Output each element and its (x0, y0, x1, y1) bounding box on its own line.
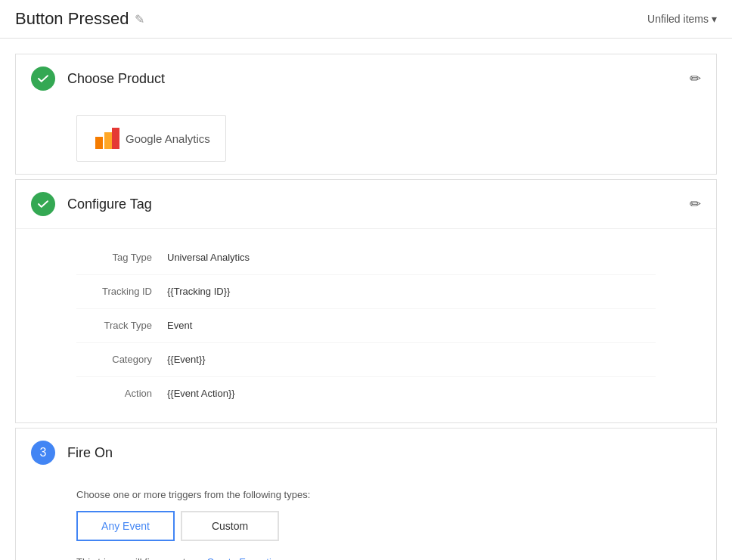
config-label-category: Category (76, 351, 167, 369)
configure-tag-section: Configure Tag ✏ Tag Type Universal Analy… (15, 179, 717, 423)
svg-rect-4 (112, 128, 119, 149)
svg-rect-2 (104, 132, 112, 149)
custom-trigger-button[interactable]: Custom (181, 511, 279, 541)
config-value-action: {{Event Action}} (167, 385, 235, 403)
configure-tag-body: Tag Type Universal Analytics Tracking ID… (16, 229, 716, 422)
choose-product-section: Choose Product ✏ (15, 54, 717, 175)
configure-tag-title: Configure Tag (67, 196, 701, 212)
config-label-tag-type: Tag Type (76, 249, 167, 267)
config-row-tag-type: Tag Type Universal Analytics (76, 241, 656, 275)
ga-product-name: Google Analytics (126, 132, 210, 145)
create-exceptions-link[interactable]: Create Exceptions (207, 556, 287, 560)
fire-on-header: 3 Fire On (16, 429, 716, 477)
fire-on-section: 3 Fire On Choose one or more triggers fr… (15, 428, 717, 560)
google-analytics-product-card: Google Analytics (76, 115, 226, 162)
choose-product-title: Choose Product (67, 71, 701, 87)
sections-wrapper: Choose Product ✏ (0, 54, 732, 560)
choose-product-edit-icon[interactable]: ✏ (690, 70, 701, 87)
page-wrapper: Button Pressed ✎ Unfiled items ▾ Choose … (0, 0, 732, 560)
choose-product-header: Choose Product ✏ (16, 54, 716, 103)
trigger-will-fire-row: This trigger will fire your tag: Create … (76, 556, 656, 560)
config-value-tracking-id: {{Tracking ID}} (167, 283, 230, 301)
trigger-will-fire-label: This trigger will fire your tag: (76, 556, 200, 560)
unfiled-label: Unfiled items (647, 13, 709, 25)
step3-number-text: 3 (40, 446, 47, 459)
config-label-action: Action (76, 385, 167, 403)
step1-check-icon (31, 67, 55, 91)
page-title: Button Pressed ✎ (15, 9, 144, 29)
trigger-buttons-group: Any Event Custom (76, 511, 656, 541)
any-event-trigger-button[interactable]: Any Event (76, 511, 175, 541)
config-row-track-type: Track Type Event (76, 309, 656, 343)
fire-on-description: Choose one or more triggers from the fol… (76, 489, 656, 500)
svg-rect-1 (95, 137, 103, 149)
fire-on-title: Fire On (67, 445, 701, 461)
config-value-category: {{Event}} (167, 351, 206, 369)
ga-logo-icon (92, 125, 119, 152)
fire-on-body: Choose one or more triggers from the fol… (16, 477, 716, 560)
unfiled-items-button[interactable]: Unfiled items ▾ (647, 13, 717, 25)
step2-check-icon (31, 192, 55, 216)
top-bar: Button Pressed ✎ Unfiled items ▾ (0, 0, 732, 39)
config-row-action: Action {{Event Action}} (76, 377, 656, 410)
config-row-tracking-id: Tracking ID {{Tracking ID}} (76, 275, 656, 309)
chevron-down-icon: ▾ (712, 13, 717, 25)
choose-product-body: Google Analytics (16, 103, 716, 174)
config-row-category: Category {{Event}} (76, 343, 656, 377)
config-value-track-type: Event (167, 317, 192, 335)
title-text: Button Pressed (15, 9, 129, 29)
ga-google-text: Google (126, 132, 165, 145)
config-label-track-type: Track Type (76, 317, 167, 335)
title-edit-icon[interactable]: ✎ (135, 12, 144, 26)
ga-analytics-text: Analytics (165, 132, 210, 145)
configure-tag-header: Configure Tag ✏ (16, 180, 716, 229)
step3-number-icon: 3 (31, 441, 55, 465)
config-label-tracking-id: Tracking ID (76, 283, 167, 301)
configure-tag-edit-icon[interactable]: ✏ (690, 196, 701, 212)
config-value-tag-type: Universal Analytics (167, 249, 250, 267)
